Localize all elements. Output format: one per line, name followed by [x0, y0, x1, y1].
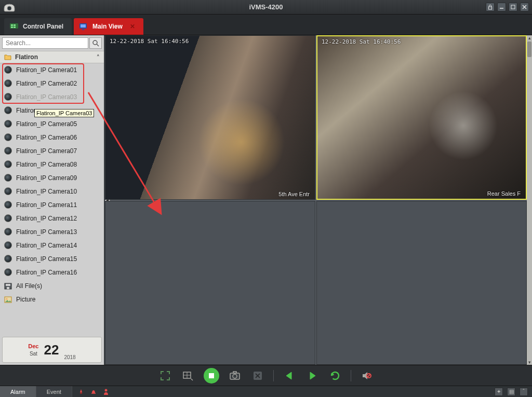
- camera-icon: [4, 93, 12, 101]
- camera-label: Flatiron_IP Camera08: [16, 161, 77, 168]
- date-day: 22: [44, 342, 59, 358]
- svg-rect-10: [14, 26, 16, 28]
- minimize-icon[interactable]: [497, 3, 506, 11]
- fullscreen-button[interactable]: [158, 368, 172, 383]
- video-cell-3[interactable]: [105, 201, 315, 365]
- tab-control-panel[interactable]: Control Panel: [4, 18, 72, 35]
- camera-label: Flatiron_IP Camera15: [16, 255, 77, 263]
- svg-rect-8: [14, 24, 16, 26]
- camera-tree: Flatiron ˄ Flatiron_IP Camera01 Flatiron…: [0, 51, 104, 335]
- camera-icon: [4, 214, 12, 222]
- camera-feed: [105, 36, 315, 199]
- camera-icon: [4, 228, 12, 236]
- camera-item-08[interactable]: Flatiron_IP Camera08: [0, 158, 104, 171]
- camera-item-02[interactable]: Flatiron_IP Camera02: [0, 77, 104, 90]
- camera-item-10[interactable]: Flatiron_IP Camera10: [0, 185, 104, 198]
- camera-item-11[interactable]: Flatiron_IP Camera11: [0, 198, 104, 212]
- camera-icon: [4, 147, 12, 155]
- svg-line-32: [367, 374, 370, 377]
- camera-item-09[interactable]: Flatiron_IP Camera09: [0, 171, 104, 185]
- svg-point-35: [104, 389, 107, 391]
- control-panel-icon: [9, 22, 19, 31]
- svg-rect-12: [81, 24, 86, 28]
- footer-expand-icon[interactable]: ˆ: [520, 388, 528, 396]
- all-files-label: All File(s): [16, 282, 42, 290]
- prev-button[interactable]: [282, 368, 297, 383]
- vertical-scrollbar[interactable]: ▴ ▾: [527, 35, 532, 365]
- footer-tab-alarm[interactable]: Alarm: [0, 386, 36, 397]
- video-cell-2[interactable]: 12-22-2018 Sat 16:40:56 Rear Sales F: [316, 35, 527, 200]
- maximize-icon[interactable]: [509, 3, 517, 11]
- camera-item-16[interactable]: Flatiron_IP Camera16: [0, 266, 104, 279]
- group-flatiron[interactable]: Flatiron ˄: [0, 51, 104, 63]
- search-button[interactable]: [89, 37, 102, 49]
- lock-icon[interactable]: [486, 3, 495, 11]
- alarm-bell-icon[interactable]: [90, 388, 97, 395]
- mute-button[interactable]: [360, 368, 374, 383]
- camera-label: Flatiron: [16, 107, 37, 114]
- camera-item-03[interactable]: Flatiron_IP Camera03: [0, 90, 104, 104]
- footer-log-icon[interactable]: ▤: [507, 388, 515, 396]
- svg-rect-27: [233, 372, 236, 373]
- tabbar: Control Panel Main View ✕: [0, 15, 532, 35]
- camera-icon: [4, 174, 12, 182]
- stop-icon: [209, 373, 214, 378]
- camera-label: Flatiron_IP Camera03: [16, 93, 77, 101]
- camera-item-07[interactable]: Flatiron_IP Camera07: [0, 144, 104, 158]
- footer-tab-label: Alarm: [10, 389, 25, 395]
- camera-icon: [4, 79, 12, 87]
- camera-item-04[interactable]: Flatiron: [0, 104, 104, 117]
- snapshot-button[interactable]: [228, 368, 242, 383]
- svg-rect-9: [11, 26, 13, 28]
- cycle-button[interactable]: [328, 368, 342, 383]
- svg-rect-1: [489, 7, 492, 9]
- svg-rect-17: [6, 284, 10, 286]
- camera-item-15[interactable]: Flatiron_IP Camera15: [0, 252, 104, 266]
- camera-item-01[interactable]: Flatiron_IP Camera01: [0, 63, 104, 77]
- alarm-person-icon[interactable]: [102, 388, 110, 395]
- scroll-up-icon[interactable]: ▴: [528, 35, 531, 40]
- close-icon[interactable]: [520, 3, 529, 11]
- layout-button[interactable]: [181, 368, 195, 383]
- camera-item-12[interactable]: Flatiron_IP Camera12: [0, 212, 104, 225]
- video-cell-4[interactable]: [316, 201, 527, 365]
- close-all-button[interactable]: [250, 368, 265, 383]
- folder-icon: [4, 54, 11, 60]
- camera-icon: [4, 241, 12, 249]
- footer-tab-event[interactable]: Event: [36, 386, 72, 397]
- alarm-bulb-icon[interactable]: [77, 388, 85, 395]
- footer: Alarm Event ✦ ▤ ˆ: [0, 386, 532, 397]
- camera-icon: [4, 268, 12, 276]
- disk-icon: [4, 283, 12, 290]
- group-label: Flatiron: [15, 53, 38, 61]
- stop-button[interactable]: [204, 368, 219, 384]
- camera-icon: [4, 120, 12, 128]
- footer-right: ✦ ▤ ˆ: [495, 386, 532, 397]
- camera-item-06[interactable]: Flatiron_IP Camera06: [0, 131, 104, 144]
- feed-camera-name: Rear Sales F: [487, 190, 521, 197]
- tab-main-view[interactable]: Main View ✕: [74, 18, 143, 35]
- tab-label: Main View: [92, 23, 123, 30]
- all-files-item[interactable]: All File(s): [0, 279, 104, 293]
- search-input[interactable]: [2, 37, 88, 49]
- main-area: Flatiron ˄ Flatiron_IP Camera01 Flatiron…: [0, 35, 532, 365]
- picture-item[interactable]: Picture: [0, 293, 104, 306]
- camera-label: Flatiron_IP Camera10: [16, 188, 77, 195]
- tab-close-icon[interactable]: ✕: [130, 23, 135, 30]
- scroll-thumb[interactable]: [527, 42, 531, 57]
- footer-tab-label: Event: [47, 389, 61, 395]
- camera-item-05[interactable]: Flatiron_IP Camera05: [0, 117, 104, 131]
- scroll-down-icon[interactable]: ▾: [528, 360, 531, 365]
- camera-label: Flatiron_IP Camera01: [16, 66, 77, 74]
- camera-icon: [4, 255, 12, 263]
- camera-item-13[interactable]: Flatiron_IP Camera13: [0, 225, 104, 239]
- svg-rect-33: [80, 392, 82, 394]
- next-button[interactable]: [305, 368, 320, 383]
- footer-pin-icon[interactable]: ✦: [495, 388, 503, 396]
- camera-item-14[interactable]: Flatiron_IP Camera14: [0, 239, 104, 252]
- svg-rect-18: [7, 287, 9, 289]
- video-cell-1[interactable]: 12-22-2018 Sat 16:40:56 5th Ave Entr: [105, 35, 315, 200]
- toolbar-divider: [273, 370, 274, 381]
- footer-alarm-icons: [72, 386, 110, 397]
- svg-rect-7: [11, 24, 13, 26]
